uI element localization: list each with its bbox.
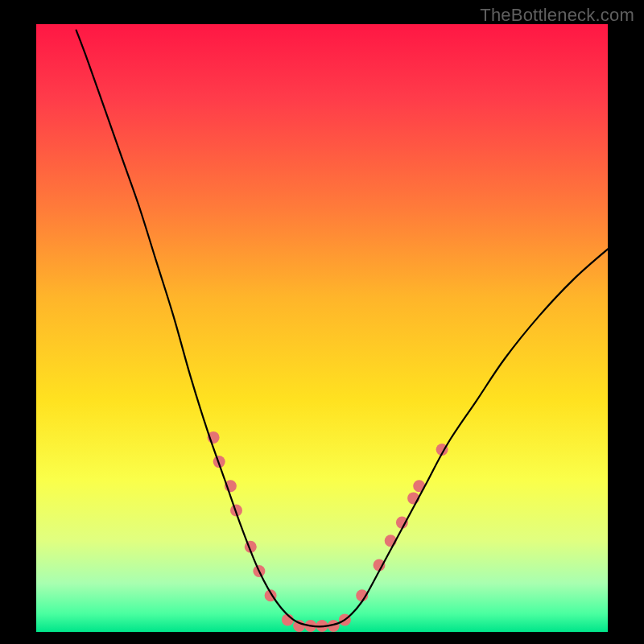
watermark-text: TheBottleneck.com — [480, 5, 634, 26]
frame-left — [0, 0, 36, 644]
chart-container: TheBottleneck.com — [0, 0, 644, 644]
frame-bottom — [0, 632, 644, 644]
plot-background — [36, 24, 608, 632]
frame-right — [608, 0, 644, 644]
bottleneck-chart — [0, 0, 644, 644]
